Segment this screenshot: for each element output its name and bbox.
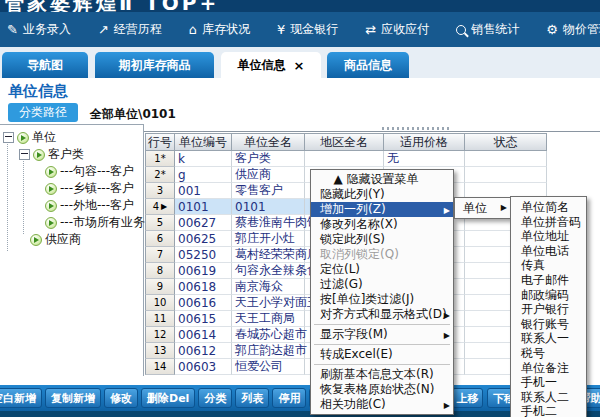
menu-separator bbox=[314, 344, 450, 345]
tab-label: 单位信息 bbox=[238, 57, 286, 74]
page-title: 单位信息 bbox=[8, 82, 68, 101]
row-marker-icon: ▶ bbox=[161, 203, 167, 211]
blank-add-button[interactable]: 空白新增 bbox=[0, 388, 42, 408]
list-button[interactable]: 列表 bbox=[235, 388, 269, 408]
menu-item-label: 单位 bbox=[463, 200, 487, 217]
tab-navigation[interactable]: 导航图 bbox=[2, 52, 88, 78]
tree-item-customer-class[interactable]: 客户类 bbox=[0, 146, 143, 163]
field-item-contact-1[interactable]: 联系人一 bbox=[511, 331, 586, 346]
submenu-arrow-icon: ▶ bbox=[444, 203, 450, 217]
field-item-address[interactable]: 单位地址 bbox=[511, 229, 586, 244]
context-menu-item-show-fields[interactable]: 显示字段(M) ▶ bbox=[311, 327, 453, 342]
table-row[interactable]: 1* k 客户类 无 bbox=[145, 151, 547, 167]
cell-name: 供应商 bbox=[232, 167, 305, 183]
cell-name: 春城苏心超市 bbox=[232, 327, 305, 343]
row-number-cell: 1* bbox=[145, 151, 175, 167]
category-button[interactable]: 分类 bbox=[198, 388, 232, 408]
menu-item-receivable-payable[interactable]: ⇄ 应收应付 bbox=[365, 21, 429, 38]
field-item-unit-short-name[interactable]: 单位简名 bbox=[511, 200, 586, 215]
submenu-arrow-icon: ▶ bbox=[444, 328, 450, 342]
tree-item-outland-customer[interactable]: ---外地---客户 bbox=[0, 197, 143, 214]
menu-item-label: 显示字段(M) bbox=[320, 327, 388, 341]
menu-label: 业务录入 bbox=[23, 21, 71, 38]
field-item-unit-remark[interactable]: 单位备注 bbox=[511, 361, 586, 376]
col-row-number[interactable]: 行号 bbox=[145, 133, 175, 151]
collapse-icon[interactable] bbox=[3, 132, 14, 143]
menu-label: 现金银行 bbox=[290, 21, 338, 38]
context-menu-item-filter-by-unit-class[interactable]: 按[单位]类过滤(J) bbox=[311, 292, 453, 307]
field-item-mobile-2[interactable]: 手机二 bbox=[511, 404, 586, 417]
tree-item-jurong-customer[interactable]: ---句容---客户 bbox=[0, 163, 143, 180]
cell-name: 0101 bbox=[232, 199, 305, 215]
panel-divider bbox=[144, 131, 600, 132]
row-number-cell: 3 bbox=[145, 183, 175, 199]
disable-button[interactable]: 停用 bbox=[272, 388, 306, 408]
context-menu-item-refresh-info-text[interactable]: 刷新基本信息文本(R) bbox=[311, 367, 453, 382]
field-item-email[interactable]: 电子邮件 bbox=[511, 273, 586, 288]
unit-tree-panel: 单位 客户类 ---句容---客户 ---乡镇---客户 ---外地---客户 … bbox=[0, 124, 144, 376]
field-item-contact-2[interactable]: 联系人二 bbox=[511, 390, 586, 405]
play-icon bbox=[45, 166, 57, 178]
col-status[interactable]: 状态 bbox=[465, 133, 547, 151]
modify-button[interactable]: 修改 bbox=[104, 388, 138, 408]
cell-code: 00627 bbox=[175, 215, 232, 231]
context-menu-item-hide-settings-menu[interactable]: ▲ 隐藏设置菜单 bbox=[311, 172, 453, 187]
col-region-name[interactable]: 地区全名 bbox=[305, 133, 384, 151]
cell-code: 00625 bbox=[175, 231, 232, 247]
tab-unit-info[interactable]: 单位信息 × bbox=[221, 52, 321, 78]
tab-initial-inventory[interactable]: 期初库存商品 bbox=[95, 52, 214, 78]
row-number-cell: 2* bbox=[145, 167, 175, 183]
context-menu-item-align-format[interactable]: 对齐方式和显示格式(D) ▶ bbox=[311, 307, 453, 322]
cell-name: 天王工商局 bbox=[232, 311, 305, 327]
window-titlebar: 管家婆辉煌Ⅱ TOP+ bbox=[0, 0, 600, 12]
tab-product-info[interactable]: 商品信息 bbox=[327, 52, 409, 78]
context-menu-item-filter[interactable]: 过滤(G) bbox=[311, 277, 453, 292]
menu-item-sales-stats[interactable]: 销售统计 bbox=[456, 21, 519, 38]
field-item-fax[interactable]: 传真 bbox=[511, 258, 586, 273]
cell-code: 00614 bbox=[175, 327, 232, 343]
field-item-postcode[interactable]: 邮政编码 bbox=[511, 288, 586, 303]
close-icon[interactable]: × bbox=[294, 58, 305, 73]
row-number: 4 bbox=[153, 201, 159, 212]
context-menu-item-export-excel[interactable]: 转成Excel(E) bbox=[311, 347, 453, 362]
menu-item-cash-bank[interactable]: ¥ 现金银行 bbox=[277, 21, 338, 38]
menu-item-price-management[interactable]: ⚙ 物价管理 bbox=[546, 21, 600, 38]
context-menu-item-related-functions[interactable]: 相关功能(C) ▶ bbox=[311, 397, 453, 412]
classification-path-button[interactable]: 分类路径 bbox=[8, 103, 78, 122]
tree-item-supplier[interactable]: 供应商 bbox=[0, 231, 143, 248]
context-menu-item-unlock-column: 取消列锁定(Q) bbox=[311, 247, 453, 262]
delete-button[interactable]: 删除Del bbox=[141, 388, 195, 408]
copy-add-button[interactable]: 复制新增 bbox=[45, 388, 101, 408]
tree-item-unit[interactable]: 单位 bbox=[0, 129, 143, 146]
cell-name: 句容永全辣条食品 bbox=[232, 263, 305, 279]
field-item-phone[interactable]: 单位电话 bbox=[511, 244, 586, 259]
col-price-level[interactable]: 适用价格 bbox=[384, 133, 465, 151]
context-menu-item-rename-column[interactable]: 修改列名称(X) bbox=[311, 217, 453, 232]
col-unit-name[interactable]: 单位全名 bbox=[232, 133, 305, 151]
chart-icon: ↗ bbox=[98, 23, 109, 36]
menu-item-operation-history[interactable]: ↗ 经营历程 bbox=[98, 21, 162, 38]
move-up-button[interactable]: 上移 bbox=[452, 388, 483, 408]
tree-item-township-customer[interactable]: ---乡镇---客户 bbox=[0, 180, 143, 197]
collapse-icon[interactable] bbox=[19, 149, 30, 160]
field-item-bank-account[interactable]: 银行账号 bbox=[511, 317, 586, 332]
cell-name: 天王小学对面王氏( bbox=[232, 295, 305, 311]
context-menu-item-hide-column[interactable]: 隐藏此列(Y) bbox=[311, 187, 453, 202]
context-menu-item-add-column[interactable]: 增加一列(Z) ▶ bbox=[311, 202, 453, 217]
tree-label: 单位 bbox=[32, 129, 56, 146]
menu-item-inventory-status[interactable]: ⌂ 库存状况 bbox=[189, 21, 250, 38]
col-unit-code[interactable]: 单位编号 bbox=[175, 133, 232, 151]
splitter-handle[interactable] bbox=[382, 127, 452, 130]
context-menu-item-restore-table-state[interactable]: 恢复表格原始状态(N) bbox=[311, 382, 453, 397]
context-menu-item-lock-column[interactable]: 锁定此列(S) bbox=[311, 232, 453, 247]
cell-name: 蔡巷淮南牛肉馆(老 bbox=[232, 215, 305, 231]
field-item-mobile-1[interactable]: 手机一 bbox=[511, 375, 586, 390]
menu-item-business-entry[interactable]: ✎ 业务录入 bbox=[7, 21, 71, 38]
field-item-bank[interactable]: 开户银行 bbox=[511, 302, 586, 317]
unit-submenu[interactable]: 单位 ▶ bbox=[454, 197, 511, 219]
tree-item-market-salesmen[interactable]: ---市场所有业务员 bbox=[0, 214, 143, 231]
field-item-pinyin-code[interactable]: 单位拼音码 bbox=[511, 215, 586, 230]
tab-label: 期初库存商品 bbox=[119, 57, 191, 74]
context-menu-item-locate[interactable]: 定位(L) bbox=[311, 262, 453, 277]
field-item-tax-number[interactable]: 税号 bbox=[511, 346, 586, 361]
